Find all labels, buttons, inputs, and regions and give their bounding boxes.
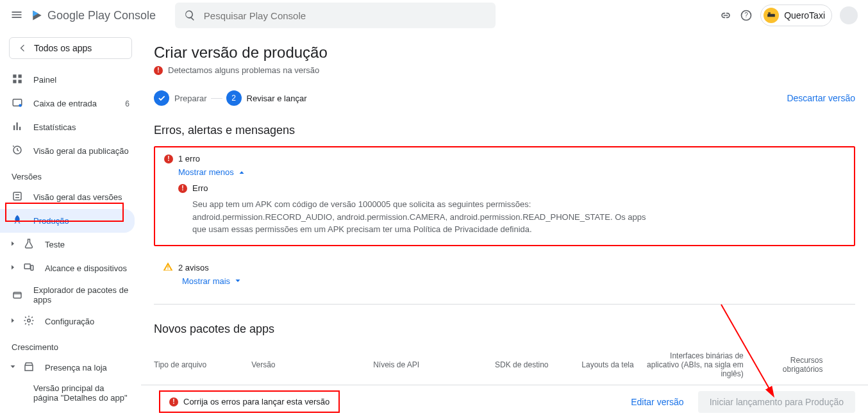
alert-text: Detectamos alguns problemas na versão — [168, 65, 319, 75]
svg-rect-13 — [17, 122, 18, 130]
svg-rect-16 — [13, 192, 21, 200]
svg-point-22 — [28, 319, 31, 322]
overview-icon — [12, 190, 24, 204]
svg-rect-20 — [31, 265, 33, 271]
step-label: Revisar e lançar — [247, 94, 307, 103]
sidebar-item-label: Caixa de entrada — [33, 99, 97, 108]
th-version: Versão — [251, 360, 373, 369]
sidebar-item-release-overview[interactable]: Visão geral das versões — [0, 185, 141, 209]
error-label: Erro — [192, 183, 208, 193]
svg-rect-12 — [13, 126, 15, 131]
th-resources: Recursos obrigatórios — [751, 356, 831, 374]
gear-icon — [23, 315, 36, 328]
th-sdk: SDK de destino — [471, 360, 556, 369]
sidebar-item-label: Produção — [33, 216, 69, 226]
chevron-right-icon — [9, 240, 18, 249]
warning-icon — [163, 262, 173, 274]
logo-suffix: Console — [113, 9, 156, 22]
step-connector — [211, 98, 222, 99]
sidebar-item-label: Estatísticas — [33, 122, 76, 132]
sidebar-item-label: Alcance e dispositivos — [45, 263, 127, 273]
devices-icon — [23, 262, 36, 275]
svg-rect-4 — [767, 14, 775, 17]
user-avatar[interactable] — [840, 6, 858, 24]
search-icon — [184, 9, 196, 22]
sidebar-item-stats[interactable]: Estatísticas — [0, 115, 141, 139]
sidebar-item-label: Visão geral das versões — [33, 192, 122, 202]
svg-rect-5 — [769, 12, 771, 13]
dashboard-icon — [12, 73, 24, 87]
sidebar-item-label: Explorador de pacotes de apps — [33, 285, 129, 305]
link-icon[interactable] — [719, 9, 732, 22]
logo[interactable]: Google Play Console — [31, 9, 156, 22]
check-icon — [154, 90, 169, 106]
warning-count: 2 avisos — [178, 263, 209, 272]
sidebar-item-painel[interactable]: Painel — [0, 68, 141, 92]
start-rollout-button: Iniciar lançamento para Produção — [698, 391, 855, 413]
chevron-right-icon — [9, 317, 18, 326]
back-all-apps[interactable]: Todos os apps — [9, 37, 132, 59]
account-name: QueroTaxi — [784, 10, 825, 21]
sidebar-item-production[interactable]: Produção — [0, 209, 135, 233]
stats-icon — [12, 121, 24, 134]
section-versions: Versões — [0, 163, 141, 185]
sidebar-item-testing[interactable]: Teste — [0, 233, 141, 256]
show-more-toggle[interactable]: Mostrar mais — [182, 276, 846, 286]
sidebar-item-reach-devices[interactable]: Alcance e dispositivos — [0, 256, 141, 280]
flask-icon — [23, 238, 36, 251]
svg-text:?: ? — [744, 12, 748, 19]
svg-rect-21 — [13, 292, 21, 298]
history-icon — [12, 144, 24, 158]
logo-brand: Google Play — [47, 9, 110, 22]
edit-version-button[interactable]: Editar versão — [623, 392, 691, 412]
sidebar-item-label: Teste — [45, 240, 65, 249]
search-bar[interactable] — [175, 3, 496, 28]
search-input[interactable] — [204, 10, 487, 21]
th-api: Níveis de API — [373, 360, 471, 369]
step-review[interactable]: 2 Revisar e lançar — [226, 90, 307, 106]
svg-rect-7 — [19, 74, 22, 78]
error-icon: ! — [154, 66, 163, 75]
svg-point-11 — [19, 104, 22, 107]
sidebar-item-setup[interactable]: Configuração — [0, 310, 141, 333]
sidebar-item-label: Visão geral da publicação — [33, 146, 129, 156]
sidebar-item-inbox[interactable]: Caixa de entrada 6 — [0, 92, 141, 115]
th-layouts: Layouts da tela — [556, 360, 642, 369]
th-abi: Interfaces binárias de aplicativo (ABIs,… — [642, 351, 751, 378]
sidebar-item-bundle-explorer[interactable]: Explorador de pacotes de apps — [0, 280, 141, 310]
step-number: 2 — [226, 90, 242, 106]
show-less-toggle[interactable]: Mostrar menos — [178, 167, 845, 177]
error-count: 1 erro — [178, 154, 200, 163]
rocket-icon — [12, 214, 24, 228]
help-icon[interactable]: ? — [740, 9, 753, 22]
footer-error-text: Corrija os erros para lançar esta versão — [183, 397, 330, 406]
discard-link[interactable]: Descartar versão — [787, 93, 855, 103]
svg-rect-9 — [19, 80, 22, 83]
sidebar-subitem-main-listing[interactable]: Versão principal da página "Detalhes do … — [0, 380, 141, 406]
sidebar-item-store-presence[interactable]: Presença na loja — [0, 356, 141, 380]
error-icon: ! — [164, 155, 173, 163]
back-label: Todos os apps — [34, 43, 92, 53]
th-file: Tipo de arquivo — [154, 360, 251, 369]
divider — [154, 304, 855, 305]
step-label: Preparar — [174, 94, 207, 103]
sidebar-item-publishing-overview[interactable]: Visão geral da publicação — [0, 139, 141, 163]
error-body: Seu app tem um APK com código de versão … — [192, 198, 654, 236]
menu-icon[interactable] — [10, 8, 23, 23]
bundle-icon — [12, 288, 24, 302]
account-chip[interactable]: QueroTaxi — [760, 4, 832, 26]
inbox-badge: 6 — [125, 99, 129, 108]
footer-error-box: ! Corrija os erros para lançar esta vers… — [159, 390, 340, 413]
arrow-left-icon — [17, 43, 28, 53]
error-icon: ! — [169, 397, 178, 406]
svg-rect-8 — [13, 80, 16, 83]
sidebar-item-label: Configuração — [45, 317, 94, 326]
step-prepare[interactable]: Preparar — [154, 90, 207, 106]
sidebar-item-label: Presença na loja — [45, 363, 107, 372]
section-bundles-heading: Novos pacotes de apps — [154, 322, 855, 336]
app-avatar-icon — [764, 8, 779, 23]
chevron-up-icon — [238, 169, 246, 176]
error-panel: ! 1 erro Mostrar menos ! Erro Seu app te… — [154, 146, 855, 246]
section-errors-heading: Erros, alertas e mensagens — [154, 124, 855, 137]
show-more-label: Mostrar mais — [182, 276, 230, 286]
